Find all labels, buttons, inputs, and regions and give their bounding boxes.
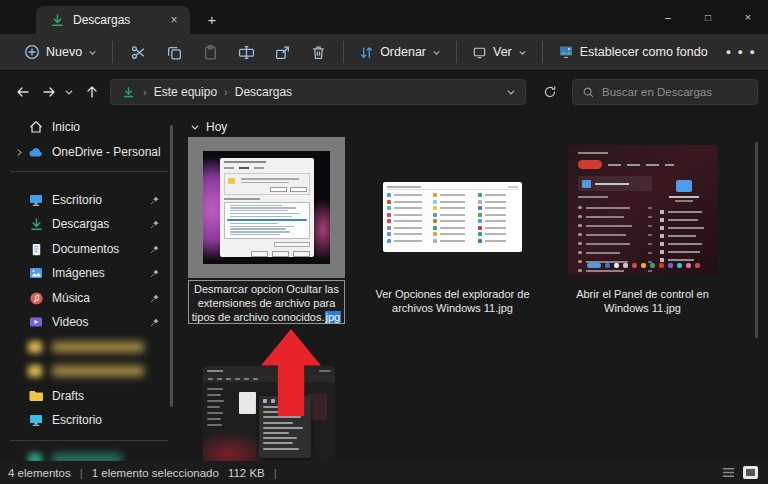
file-thumbnail[interactable] [375, 140, 530, 280]
videos-icon [28, 314, 44, 330]
sort-button[interactable]: Ordenar [351, 40, 449, 65]
decor [230, 231, 290, 232]
file-thumbnail-partial[interactable] [203, 366, 335, 461]
sidebar-item-musica[interactable]: Música [4, 286, 168, 310]
decor [394, 207, 422, 209]
thumbnail-art [203, 151, 330, 264]
file-explorer-window: Descargas × + – □ × Nuevo Ordenar [0, 0, 768, 484]
address-dropdown-icon[interactable] [506, 87, 516, 97]
decor [387, 232, 391, 236]
view-toggles [721, 466, 758, 479]
content-scrollbar[interactable] [755, 142, 758, 338]
rename-button[interactable] [228, 37, 264, 67]
view-button[interactable]: Ver [464, 40, 535, 65]
decor [387, 239, 427, 243]
decor [478, 206, 482, 210]
sidebar-item-redacted[interactable] [4, 359, 168, 383]
breadcrumb-este-equipo[interactable]: Este equipo [154, 85, 217, 99]
delete-button[interactable] [300, 37, 336, 67]
decor [660, 208, 708, 216]
file-name[interactable]: Abrir el Panel de control en Windows 11.… [560, 287, 725, 315]
new-tab-button[interactable]: + [202, 9, 222, 29]
decor [230, 205, 282, 206]
decor [263, 448, 299, 450]
file-name-edit-box[interactable]: Desmarcar opcion Ocultar las extensiones… [188, 280, 345, 324]
copy-button[interactable] [156, 37, 192, 67]
status-bar: 4 elementos | 1 elemento seleccionado 11… [0, 461, 768, 484]
decor [230, 226, 294, 227]
sidebar-item-label: Descargas [52, 217, 149, 231]
decor [394, 201, 422, 203]
file-thumbnail-selected[interactable] [188, 137, 345, 278]
decor [263, 432, 289, 434]
decor [578, 206, 582, 210]
breadcrumb-descargas[interactable]: Descargas [235, 85, 292, 99]
sidebar-scrollbar[interactable] [170, 125, 173, 407]
chevron-right-icon[interactable] [10, 148, 28, 157]
paste-button[interactable] [192, 37, 228, 67]
tab-close-icon[interactable]: × [166, 12, 182, 28]
decor [230, 223, 278, 224]
decor [478, 239, 482, 243]
command-toolbar: Nuevo Ordenar Ver Establecer como fondo … [0, 34, 768, 71]
set-wallpaper-button[interactable]: Establecer como fondo [550, 39, 716, 65]
sidebar-item-drafts[interactable]: Drafts [4, 384, 168, 408]
redacted-label [52, 366, 144, 376]
search-input[interactable] [602, 86, 748, 98]
decor [478, 219, 518, 223]
details-view-icon[interactable] [721, 466, 736, 479]
sidebar-item-escritorio[interactable]: Escritorio [4, 188, 168, 212]
decor [440, 194, 465, 196]
scissors-icon [130, 44, 147, 61]
pin-icon [149, 293, 160, 304]
sidebar-item-escritorio-2[interactable]: Escritorio [4, 408, 168, 432]
sidebar-item-imagenes[interactable]: Imágenes [4, 261, 168, 285]
sidebar-item-descargas[interactable]: Descargas [4, 212, 168, 236]
sidebar-item-videos[interactable]: Videos [4, 310, 168, 334]
sidebar-item-onedrive[interactable]: OneDrive - Personal [4, 140, 168, 164]
large-thumbnails-view-icon[interactable] [743, 466, 758, 479]
downloads-icon [28, 216, 44, 232]
chevron-down-icon [432, 48, 441, 57]
sidebar-item-redacted-partial[interactable] [4, 447, 168, 461]
decor [440, 214, 465, 216]
decor [686, 263, 691, 268]
decor [440, 220, 465, 222]
explorer-tab[interactable]: Descargas × [36, 6, 190, 34]
decor [478, 226, 518, 230]
decor [485, 214, 506, 216]
group-header-hoy[interactable]: Hoy [190, 120, 227, 134]
back-button[interactable] [10, 79, 36, 105]
decor [478, 193, 482, 197]
maximize-button[interactable]: □ [688, 0, 728, 34]
minimize-button[interactable]: – [648, 0, 688, 34]
decor [614, 263, 619, 268]
sidebar-item-documentos[interactable]: Documentos [4, 237, 168, 261]
decor [263, 416, 301, 418]
more-options-button[interactable]: ● ● ● [716, 47, 767, 57]
toolbar-separator [542, 41, 543, 63]
decor [677, 263, 682, 268]
up-button[interactable] [79, 79, 105, 105]
toolbar-separator [343, 41, 344, 63]
onedrive-cloud-icon [28, 144, 44, 160]
decor [668, 235, 696, 237]
decor [440, 227, 465, 229]
sidebar-item-label: Escritorio [52, 193, 149, 207]
history-chevron-button[interactable] [59, 79, 79, 105]
file-name[interactable]: Ver Opciones del explorador de archivos … [375, 287, 530, 315]
address-bar[interactable]: › Este equipo › Descargas [110, 79, 526, 105]
sidebar-item-redacted[interactable] [4, 335, 168, 359]
sidebar-item-inicio[interactable]: Inicio [4, 115, 168, 139]
refresh-button[interactable] [537, 79, 563, 105]
decor [387, 226, 427, 230]
decor [485, 194, 506, 196]
decor [668, 251, 700, 253]
new-button[interactable]: Nuevo [16, 39, 105, 65]
file-thumbnail[interactable] [568, 145, 718, 275]
close-button[interactable]: × [728, 0, 768, 34]
share-button[interactable] [264, 37, 300, 67]
decor [387, 206, 427, 210]
cut-button[interactable] [120, 37, 156, 67]
decor [433, 226, 437, 230]
